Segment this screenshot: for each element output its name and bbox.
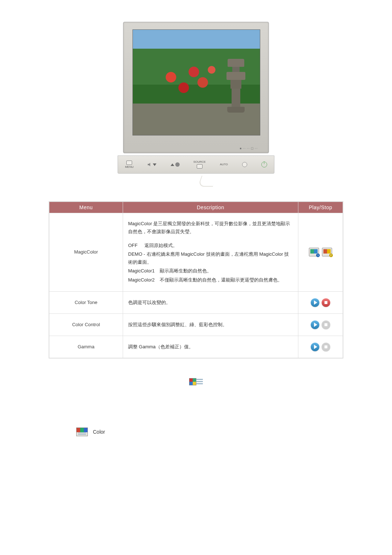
round-button-icon	[242, 162, 247, 167]
magiccolor-opt-2: MagicColor2 不僅顯示高晰生動的自然色，還能顯示更逼瑩的自然膚色。	[128, 276, 293, 284]
demo-thumb-b-icon[interactable]: 2	[322, 248, 332, 256]
pointer-stroke	[198, 176, 217, 187]
play-cell-gamma	[298, 336, 343, 358]
play-icon[interactable]	[311, 320, 319, 329]
desc-cell-colortone: 色調是可以改變的。	[123, 291, 298, 313]
color-mini-icon	[76, 428, 88, 436]
stop-icon[interactable]	[322, 343, 330, 351]
auto-button-label: AUTO	[220, 163, 228, 166]
header-menu: Menu	[49, 202, 123, 213]
speaker-icon	[148, 163, 151, 166]
settings-table: Menu Description Play/Stop MagicColor Ma…	[49, 201, 343, 358]
magiccolor-opt-1: MagicColor1 顯示高晰生動的自然色。	[128, 267, 293, 275]
table-row: MagicColor MagicColor 是三星獨立開發的全新科技，可提升數位…	[49, 213, 343, 292]
monitor-screen	[132, 29, 260, 135]
monitor-brand-text: ■ ··· ··· ▢ ···	[240, 147, 258, 150]
header-description: Description	[123, 202, 298, 213]
source-button-label: SOURCE	[193, 161, 206, 164]
menu-button[interactable]: MENU	[125, 161, 134, 169]
page-root: ■ ··· ··· ▢ ··· MENU SOURCE AUTO	[0, 0, 392, 555]
triangle-down-icon	[153, 163, 156, 166]
play-icon[interactable]	[311, 343, 319, 351]
stop-icon[interactable]	[322, 320, 330, 329]
sun-icon	[176, 163, 179, 166]
header-playstop: Play/Stop	[298, 202, 343, 213]
auto-button[interactable]: AUTO	[220, 163, 228, 166]
color-section-label: Color	[93, 429, 105, 435]
section-palette-icon	[189, 377, 203, 388]
stop-icon[interactable]	[322, 298, 330, 307]
monitor-button-bar: MENU SOURCE AUTO	[118, 155, 274, 174]
power-led	[261, 162, 267, 167]
play-cell-magiccolor: 1 2	[298, 213, 343, 292]
table-row: Color Tone 色調是可以改變的。	[49, 291, 343, 313]
power-icon	[261, 162, 267, 167]
source-button[interactable]: SOURCE	[193, 161, 206, 169]
magiccolor-opt-off: OFF 返回原始模式。	[128, 242, 293, 250]
triangle-up-icon	[171, 163, 174, 166]
menu-cell-magiccolor: MagicColor	[49, 213, 123, 292]
brightness-up-button[interactable]	[171, 163, 179, 166]
play-cell-colorcontrol	[298, 313, 343, 336]
menu-cell-colorcontrol: Color Control	[49, 313, 123, 336]
color-section-heading: Color	[76, 428, 392, 436]
magiccolor-intro: MagicColor 是三星獨立開發的全新科技，可提升數位影像，並且更清楚地顯示…	[128, 220, 293, 236]
desc-cell-gamma: 調整 Gamma（色差補正）值。	[123, 336, 298, 358]
magiccolor-opt-demo: DEMO - 右邊柁嬌未應用 MagicColor 技術的畫面，左邊柁應用 Ma…	[128, 250, 293, 266]
table-row: Gamma 調整 Gamma（色差補正）值。	[49, 336, 343, 358]
menu-button-label: MENU	[125, 166, 134, 169]
monitor-frame: ■ ··· ··· ▢ ···	[123, 22, 269, 153]
play-icon[interactable]	[311, 298, 319, 307]
monitor-illustration: ■ ··· ··· ▢ ··· MENU SOURCE AUTO	[113, 22, 279, 187]
volume-down-button[interactable]	[148, 163, 156, 166]
menu-cell-gamma: Gamma	[49, 336, 123, 358]
bars-icon	[196, 379, 203, 384]
enter-icon	[197, 164, 203, 169]
desc-cell-colorcontrol: 按照這些步驟來個別調整紅、綠、藍彩色控制。	[123, 313, 298, 336]
menu-cell-colortone: Color Tone	[49, 291, 123, 313]
menu-icon	[126, 161, 132, 165]
stone-lantern	[226, 59, 245, 113]
table-row: Color Control 按照這些步驟來個別調整紅、綠、藍彩色控制。	[49, 313, 343, 336]
color-swatch-icon	[189, 378, 196, 385]
desc-cell-magiccolor: MagicColor 是三星獨立開發的全新科技，可提升數位影像，並且更清楚地顯示…	[123, 213, 298, 292]
power-button[interactable]	[242, 162, 247, 167]
play-cell-colortone	[298, 291, 343, 313]
demo-thumb-a-icon[interactable]: 1	[309, 248, 319, 256]
table-header-row: Menu Description Play/Stop	[49, 202, 343, 213]
